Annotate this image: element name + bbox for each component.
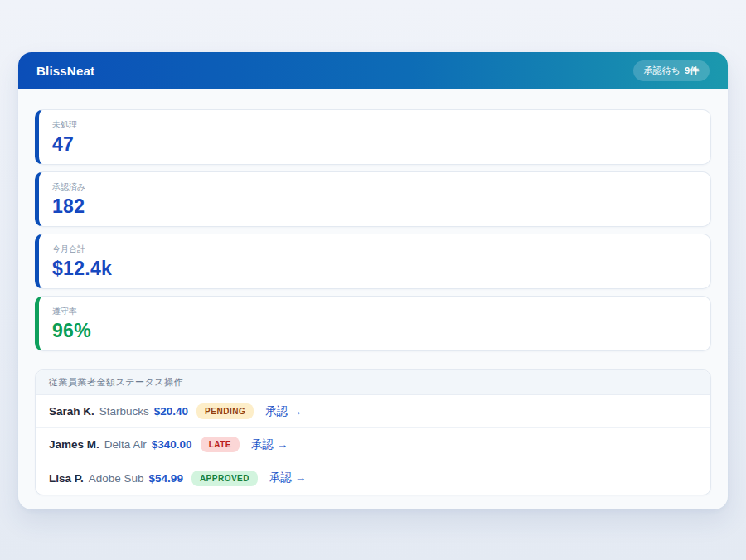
amount: $54.99 [149,472,183,485]
vendor-name: Starbucks [99,405,149,418]
stat-label: 承認済み [52,181,697,193]
approve-link[interactable]: 承認 → [251,437,288,452]
column-header-action: 操作 [164,377,183,387]
stat-label: 未処理 [52,119,697,131]
expenses-table: 従業員業者金額ステータス操作 Sarah K. Starbucks $20.40… [35,369,711,495]
employee-name: James M. [49,438,99,451]
stat-card-approved: 承認済み 182 [35,171,711,227]
stat-value: 182 [52,196,697,217]
stat-card-compliance-rate: 遵守率 96% [35,296,711,351]
pending-approvals-count: 9件 [685,65,699,77]
pending-approvals-label: 承認待ち [644,65,681,77]
vendor-name: Delta Air [104,438,147,451]
panel-body: 未処理 47 承認済み 182 今月合計 $12.4k 遵守率 96% 従業員業… [18,89,728,512]
stat-label: 今月合計 [52,244,697,255]
stat-label: 遵守率 [52,306,697,317]
column-header-amount: 金額 [97,377,116,387]
stat-value: $12.4k [52,258,697,279]
amount: $20.40 [154,405,188,418]
vendor-name: Adobe Sub [89,472,144,485]
employee-name: Sarah K. [49,405,94,418]
table-row[interactable]: Lisa P. Adobe Sub $54.99 APPROVED 承認 → [36,461,710,495]
column-header-vendor: 業者 [78,377,97,387]
stat-card-unprocessed: 未処理 47 [35,109,711,165]
approve-link[interactable]: 承認 → [269,471,306,485]
stat-value: 47 [52,133,697,155]
status-badge: PENDING [196,403,254,419]
table-row[interactable]: Sarah K. Starbucks $20.40 PENDING 承認 → [36,395,710,428]
table-row[interactable]: James M. Delta Air $340.00 LATE 承認 → [36,428,710,461]
column-header-status: ステータス [116,377,165,387]
amount: $340.00 [152,438,192,451]
stat-value: 96% [52,320,697,341]
employee-name: Lisa P. [49,472,84,485]
status-badge: LATE [201,437,240,452]
column-header-employee: 従業員 [49,377,78,387]
main-panel: BlissNeat 承認待ち 9件 未処理 47 承認済み 182 今月合計 $… [18,52,728,509]
pending-approvals-badge[interactable]: 承認待ち 9件 [633,60,710,81]
approve-link[interactable]: 承認 → [265,404,302,419]
table-header-row: 従業員業者金額ステータス操作 [36,370,710,395]
app-header: BlissNeat 承認待ち 9件 [18,52,728,89]
status-badge: APPROVED [191,471,258,486]
app-title: BlissNeat [36,64,94,78]
stat-card-month-total: 今月合計 $12.4k [35,234,711,289]
